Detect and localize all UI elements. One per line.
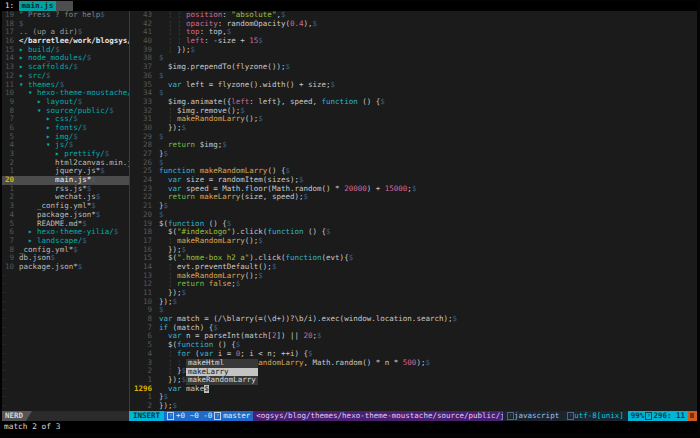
- completion-item[interactable]: makeHtml: [186, 359, 258, 368]
- code-row[interactable]: 31 ¦ makeRandomLarry();$: [130, 115, 697, 124]
- tree-row[interactable]: 4 ▾ js/$: [2, 141, 129, 150]
- cursor-position-segment: 99% ? 296: 11: [628, 411, 688, 421]
- code-row[interactable]: 17 ¦ makeRandomLarry();$: [130, 237, 697, 246]
- code-row[interactable]: 27}$: [130, 150, 697, 159]
- git-branch-icon: ?: [214, 412, 221, 420]
- code-row[interactable]: 21}$: [130, 202, 697, 211]
- code-row[interactable]: 25function makeRandomLarry() {$: [130, 167, 697, 176]
- tree-row[interactable]: 1 rss.js*$: [2, 185, 129, 194]
- code-row[interactable]: 41 ¦ ¦ top: top,$: [130, 28, 697, 37]
- tree-row[interactable]: 5 README.md*$: [2, 220, 129, 229]
- code-row[interactable]: 38$: [130, 54, 697, 63]
- tree-row[interactable]: 13▸ scaffolds/$: [2, 63, 129, 72]
- code-row[interactable]: 30 });$: [130, 124, 697, 133]
- tree-row[interactable]: 9 ▸ layout/$: [2, 98, 129, 107]
- tree-entry-label: ▸ src/: [19, 72, 46, 80]
- tree-entry-label: ▸ build/: [19, 46, 55, 54]
- code-token: function: [168, 220, 204, 228]
- tree-row[interactable]: 9db.json$: [2, 254, 129, 263]
- code-row[interactable]: 26$: [130, 159, 697, 168]
- active-buffer-tab[interactable]: main.js: [19, 1, 57, 11]
- code-token: (evt){: [322, 254, 349, 262]
- tree-row[interactable]: 8_config.yml*$: [2, 246, 129, 255]
- nerdtree-panel[interactable]: 19" Press ? for help$18$17.. (up a dir)$…: [2, 11, 129, 411]
- code-row[interactable]: 9$: [130, 306, 697, 315]
- tree-row[interactable]: 7 ▸ landscape/$: [2, 237, 129, 246]
- tree-row[interactable]: 17.. (up a dir)$: [2, 28, 129, 37]
- tree-row[interactable]: 14▸ node_modules/$: [2, 54, 129, 63]
- code-row[interactable]: 36$: [130, 72, 697, 81]
- completion-item[interactable]: makeRandomLarry: [186, 376, 258, 385]
- code-row[interactable]: 29$: [130, 133, 697, 142]
- tree-row[interactable]: 19" Press ? for help$: [2, 11, 129, 20]
- code-row[interactable]: 19$(function () {$: [130, 220, 697, 229]
- code-row[interactable]: 20$: [130, 211, 697, 220]
- tree-row[interactable]: 3 _config.yml*$: [2, 202, 129, 211]
- code-row[interactable]: 13 ¦ makeRandomLarry();$: [130, 272, 697, 281]
- tree-row[interactable]: 2 wechat.js$: [2, 193, 129, 202]
- line-number: 16: [130, 246, 152, 255]
- code-row[interactable]: 8var match = (/\blarry(=(\d+))?\b/i).exe…: [130, 315, 697, 324]
- tree-row[interactable]: 12▸ src/$: [2, 72, 129, 81]
- line-number: 2: [2, 193, 14, 202]
- code-token: (match) {: [168, 324, 213, 332]
- code-token: ¦: [159, 350, 177, 358]
- tree-row[interactable]: 10 ▾ hexo-theme-moustache/$: [2, 89, 129, 98]
- tree-row[interactable]: 16</barretlee/work/blogsys/bl: [2, 37, 129, 46]
- code-row[interactable]: 22 return makeLarry(size, speed);$: [130, 193, 697, 202]
- editor-panel[interactable]: 43 ¦ ¦ position: "absolute",$42 ¦ ¦ opac…: [129, 11, 697, 411]
- line-number: 1296: [130, 385, 152, 394]
- line-number: 3: [2, 150, 14, 159]
- code-row[interactable]: 18 $("#indexLogo").click(function () {$: [130, 228, 697, 237]
- tree-row[interactable]: 10package.json*$: [2, 263, 129, 272]
- code-row[interactable]: 5 $(function () {$: [130, 341, 697, 350]
- code-row[interactable]: 39 ¦ });$: [130, 46, 697, 55]
- tree-row[interactable]: 4 package.json*$: [2, 211, 129, 220]
- code-row[interactable]: 2});$: [130, 402, 697, 411]
- code-row[interactable]: 16 });$: [130, 246, 697, 255]
- tree-row[interactable]: 8 ▾ source/public/$: [2, 107, 129, 116]
- completion-popup[interactable]: makeHtmlmakeLarrymakeRandomLarry: [186, 359, 258, 385]
- tree-row[interactable]: 1 jquery.js*$: [2, 167, 129, 176]
- code-row[interactable]: 14 ¦ evt.preventDefault();$: [130, 263, 697, 272]
- code-row[interactable]: 35 var left = flyzone().width() + size;$: [130, 81, 697, 90]
- tree-row[interactable]: 11▾ themes/$: [2, 81, 129, 90]
- code-token: makeRandomLarry: [200, 167, 268, 175]
- line-number: 2: [130, 402, 152, 411]
- eol-marker: $: [82, 124, 87, 132]
- code-row[interactable]: 34$: [130, 89, 697, 98]
- filetype: javascript: [514, 411, 559, 421]
- code-row[interactable]: 12 ¦ return false;$: [130, 280, 697, 289]
- completion-item[interactable]: makeLarry: [186, 368, 258, 377]
- code-row[interactable]: 6 var n = parseInt(match[2]) || 20;$: [130, 332, 697, 341]
- tree-row[interactable]: 7 ▸ css/$: [2, 115, 129, 124]
- code-row[interactable]: 42 ¦ ¦ opacity: randomOpacity(0.4),$: [130, 20, 697, 29]
- code-row[interactable]: 15 $(".home-box h2 a").click(function(ev…: [130, 254, 697, 263]
- code-row[interactable]: 37 $img.prependTo(flyzone());$: [130, 63, 697, 72]
- eol-marker: $: [236, 341, 241, 349]
- tree-row[interactable]: 3 ▸ prettify/$: [2, 150, 129, 159]
- tree-row[interactable]: 15▸ build/$: [2, 46, 129, 55]
- line-number: 9: [2, 254, 14, 263]
- tree-row[interactable]: 5 ▸ img/$: [2, 133, 129, 142]
- code-row[interactable]: 24 var size = randomItem(sizes);$: [130, 176, 697, 185]
- tree-row[interactable]: 20 main.js*$: [2, 176, 129, 185]
- tree-row[interactable]: 6 ▸ hexo-theme-yilia/$: [2, 228, 129, 237]
- code-row[interactable]: 40 ¦ ¦ left: -size + 15$: [130, 37, 697, 46]
- code-row[interactable]: 23 var speed = Math.floor(Math.random() …: [130, 185, 697, 194]
- tree-row[interactable]: 6 ▸ fonts/$: [2, 124, 129, 133]
- code-row[interactable]: 28 return $img;$: [130, 141, 697, 150]
- tree-row[interactable]: 2 html2canvas.min.j: [2, 159, 129, 168]
- code-row[interactable]: 1}$: [130, 393, 697, 402]
- code-row[interactable]: 7if (match) {$: [130, 324, 697, 333]
- code-row[interactable]: 33 $img.animate({left: left}, speed, fun…: [130, 98, 697, 107]
- code-row[interactable]: 4 ¦ for (var i = 0; i < n; ++i) {$: [130, 350, 697, 359]
- code-row[interactable]: 32 ¦ $img.remove();$: [130, 107, 697, 116]
- eol-marker: $: [453, 315, 458, 323]
- tree-row[interactable]: 18$: [2, 20, 129, 29]
- code-row[interactable]: 43 ¦ ¦ position: "absolute",$: [130, 11, 697, 20]
- code-token: if: [159, 324, 168, 332]
- code-row[interactable]: 1296 var make$: [130, 385, 697, 394]
- code-row[interactable]: 10});$: [130, 298, 697, 307]
- code-row[interactable]: 11 });$: [130, 289, 697, 298]
